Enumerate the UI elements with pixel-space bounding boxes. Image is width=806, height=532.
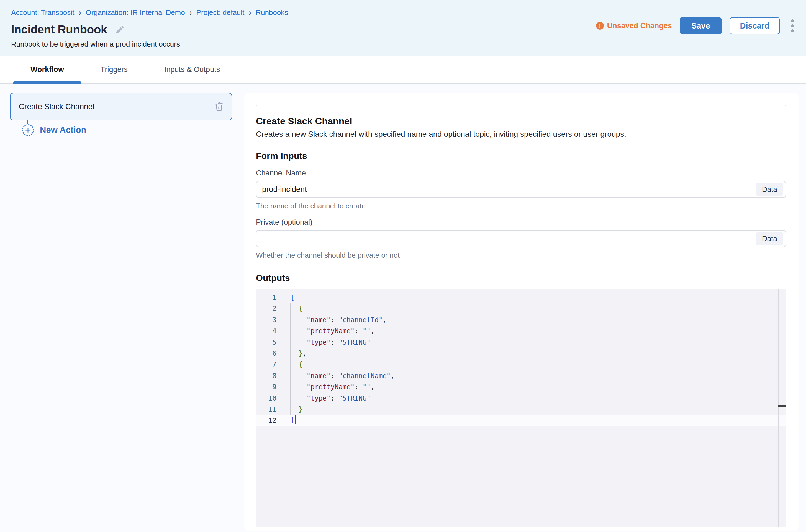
breadcrumb: Account: Transposit›Organization: IR Int…	[11, 8, 796, 17]
form-fields: Channel Name Data The name of the channe…	[256, 169, 786, 260]
breadcrumb-separator: ›	[249, 8, 251, 17]
new-action-label: New Action	[40, 125, 87, 135]
line-number: 3	[256, 315, 281, 325]
save-button[interactable]: Save	[680, 17, 722, 34]
tab-inputs-outputs[interactable]: Inputs & Outputs	[147, 56, 237, 83]
code-line: 1 [	[256, 292, 786, 303]
line-number: 12	[256, 415, 281, 426]
line-number: 2	[256, 303, 281, 314]
line-number: 10	[256, 393, 281, 404]
new-action-button[interactable]: New Action	[22, 124, 244, 136]
field-input-wrap: Data	[256, 230, 786, 247]
field-input[interactable]	[256, 231, 756, 247]
line-content: {	[281, 359, 303, 370]
field-label: Channel Name	[256, 169, 786, 177]
overview-ruler[interactable]	[778, 289, 786, 527]
code-line: 6 },	[256, 348, 786, 359]
code-line: 7 {	[256, 359, 786, 370]
data-button[interactable]: Data	[756, 232, 783, 245]
workflow-body: Create Slack Channel New Action Create S…	[0, 83, 806, 532]
line-number: 7	[256, 359, 281, 370]
code-line: 2 {	[256, 303, 786, 314]
form-field: Channel Name Data The name of the channe…	[256, 169, 786, 210]
line-content: [	[281, 292, 294, 303]
tab-triggers[interactable]: Triggers	[84, 56, 145, 83]
form-inputs-heading: Form Inputs	[256, 151, 786, 161]
action-card-create-slack-channel[interactable]: Create Slack Channel	[10, 93, 232, 120]
line-number: 11	[256, 404, 281, 415]
line-number: 5	[256, 337, 281, 348]
code-line: 8 "name": "channelName",	[256, 370, 786, 381]
edit-pencil-icon[interactable]	[115, 25, 125, 35]
breadcrumb-link-1[interactable]: Account: Transposit	[11, 8, 74, 17]
tab-bar: WorkflowTriggersInputs & Outputs	[0, 56, 806, 83]
line-number: 8	[256, 370, 281, 381]
line-content: "type": "STRING"	[281, 337, 371, 348]
action-detail-panel: Create Slack Channel Creates a new Slack…	[244, 93, 799, 531]
outputs-heading: Outputs	[256, 273, 786, 283]
overview-ruler-cursor-marker	[778, 405, 786, 407]
field-helper-text: The name of the channel to create	[256, 202, 786, 210]
runbook-editor-page: Account: Transposit›Organization: IR Int…	[0, 0, 806, 532]
panel-top-divider	[256, 104, 786, 106]
line-content: "name": "channelName",	[281, 370, 395, 381]
line-content: },	[281, 348, 307, 359]
code-line: 9 "prettyName": "",	[256, 381, 786, 393]
discard-button[interactable]: Discard	[730, 17, 780, 34]
page-title: Incident Runbook	[11, 23, 107, 36]
unsaved-changes-label: Unsaved Changes	[607, 22, 672, 30]
action-detail-title: Create Slack Channel	[256, 116, 786, 127]
alert-circle-icon: !	[596, 22, 604, 30]
form-field: Private (optional) Data Whether the chan…	[256, 218, 786, 260]
tab-workflow[interactable]: Workflow	[13, 56, 81, 83]
line-content: ]	[281, 415, 295, 426]
code-line: 3 "name": "channelId",	[256, 315, 786, 325]
field-input-wrap: Data	[256, 181, 786, 198]
line-number: 4	[256, 325, 281, 337]
line-number: 9	[256, 381, 281, 393]
kebab-menu-icon[interactable]	[788, 18, 796, 34]
outputs-code-editor[interactable]: 1 [ 2 { 3 "name": "channelId", 4 "pretty…	[256, 289, 786, 527]
plus-circle-icon	[22, 124, 34, 136]
action-card-label: Create Slack Channel	[19, 102, 94, 111]
line-number: 1	[256, 292, 281, 303]
code-rows: 1 [ 2 { 3 "name": "channelId", 4 "pretty…	[256, 289, 786, 426]
text-cursor	[295, 416, 295, 424]
breadcrumb-link-4[interactable]: Runbooks	[256, 8, 288, 17]
field-label: Private (optional)	[256, 218, 786, 227]
line-content: }	[281, 404, 303, 415]
workflow-connector-line	[27, 120, 28, 124]
header-actions: ! Unsaved Changes Save Discard	[596, 17, 796, 34]
line-content: "type": "STRING"	[281, 393, 371, 404]
field-helper-text: Whether the channel should be private or…	[256, 251, 786, 260]
line-content: "prettyName": "",	[281, 381, 374, 393]
indent-guide	[290, 303, 291, 415]
workflow-sidebar: Create Slack Channel New Action	[0, 83, 244, 532]
line-content: {	[281, 303, 303, 314]
code-line: 10 "type": "STRING"	[256, 393, 786, 404]
page-header: Account: Transposit›Organization: IR Int…	[0, 0, 806, 56]
breadcrumb-link-2[interactable]: Organization: IR Internal Demo	[86, 8, 185, 17]
code-line: 11 }	[256, 404, 786, 415]
data-button[interactable]: Data	[756, 183, 783, 196]
field-input[interactable]	[256, 181, 756, 197]
breadcrumb-link-3[interactable]: Project: default	[196, 8, 244, 17]
code-line: 12 ]	[256, 415, 786, 426]
trash-icon[interactable]	[214, 101, 224, 112]
breadcrumb-separator: ›	[190, 8, 192, 17]
code-line: 4 "prettyName": "",	[256, 325, 786, 337]
line-content: "name": "channelId",	[281, 315, 387, 325]
line-content: "prettyName": "",	[281, 325, 374, 337]
line-number: 6	[256, 348, 281, 359]
unsaved-changes-badge: ! Unsaved Changes	[596, 22, 672, 30]
page-subtitle: Runbook to be triggered when a prod inci…	[11, 40, 796, 49]
code-line: 5 "type": "STRING"	[256, 337, 786, 348]
action-detail-description: Creates a new Slack channel with specifi…	[256, 130, 786, 139]
breadcrumb-separator: ›	[79, 8, 81, 17]
